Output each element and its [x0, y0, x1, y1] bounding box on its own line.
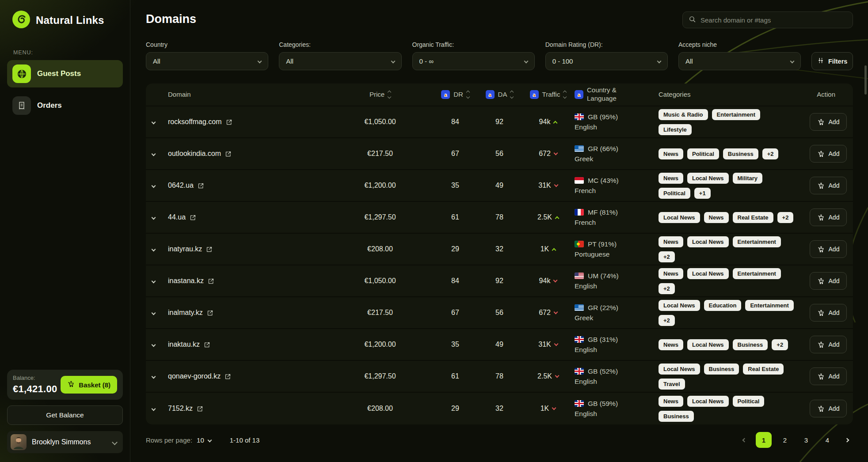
add-to-basket-button[interactable]: Add [810, 400, 847, 417]
add-to-basket-button[interactable]: Add [810, 208, 847, 226]
add-to-basket-button[interactable]: Add [810, 240, 847, 258]
domain-link[interactable]: 0642.ua [168, 182, 194, 189]
domain-link[interactable]: outlookindia.com [168, 150, 221, 158]
filter-select[interactable]: All [678, 52, 801, 70]
add-to-basket-button[interactable]: Add [810, 145, 847, 163]
row-expand-chevron-icon[interactable] [152, 279, 156, 283]
add-to-basket-button[interactable]: Add [810, 304, 847, 322]
search-input[interactable] [700, 16, 847, 24]
language-label: English [575, 378, 659, 386]
row-expand-chevron-icon[interactable] [152, 247, 156, 251]
more-categories-badge[interactable]: +2 [762, 148, 779, 159]
page-button-1[interactable]: 1 [756, 432, 772, 448]
more-categories-badge[interactable]: +1 [694, 188, 711, 199]
filter-selected-value: All [685, 57, 693, 65]
sidebar-item-orders[interactable]: Orders [7, 92, 123, 119]
filter-select[interactable]: All [279, 52, 401, 70]
sort-icon[interactable] [510, 91, 513, 98]
external-link-icon[interactable] [207, 310, 213, 316]
ahrefs-icon: a [441, 90, 450, 99]
domain-link[interactable]: inastana.kz [168, 277, 204, 285]
traffic-value: 94k [539, 118, 551, 126]
more-categories-badge[interactable]: +2 [777, 212, 794, 223]
row-expand-chevron-icon[interactable] [152, 215, 156, 220]
row-expand-chevron-icon[interactable] [152, 183, 156, 188]
domain-link[interactable]: inatyrau.kz [168, 245, 202, 253]
category-badge: Local News [659, 300, 700, 311]
table-row: 7152.kz €208.00 29 32 1K GB (59%) Englis… [146, 393, 853, 424]
external-link-icon[interactable] [206, 246, 213, 253]
previous-page-button[interactable] [738, 432, 750, 448]
filters-button[interactable]: Filters [811, 52, 853, 70]
rows-per-page-select[interactable]: 10 [197, 436, 211, 444]
col-header-da[interactable]: a DA [477, 90, 522, 99]
domain-link[interactable]: qonaev-gorod.kz [168, 372, 221, 380]
pagination-range: 1-10 of 13 [230, 436, 260, 444]
external-link-icon[interactable] [204, 341, 210, 348]
traffic-value: 672 [539, 309, 551, 317]
add-to-basket-button[interactable]: Add [810, 272, 847, 290]
user-menu[interactable]: Brooklyn Simmons [7, 431, 123, 453]
search-box[interactable] [682, 11, 853, 28]
row-expand-chevron-icon[interactable] [152, 342, 156, 347]
external-link-icon[interactable] [198, 182, 204, 189]
filter-select[interactable]: 0 - ∞ [412, 52, 535, 70]
get-balance-button[interactable]: Get Balance [7, 405, 123, 425]
col-header-dr[interactable]: a DR [433, 90, 477, 99]
external-link-icon[interactable] [190, 214, 196, 221]
page-button-2[interactable]: 2 [777, 432, 793, 448]
sidebar-item-guest-posts[interactable]: Guest Posts [7, 60, 123, 87]
add-button-label: Add [829, 405, 840, 412]
more-categories-badge[interactable]: +2 [659, 283, 675, 294]
page-button-3[interactable]: 3 [798, 432, 814, 448]
filter-selected-value: All [153, 57, 160, 65]
filter-field: Domain Rating (DR): 0 - 100 [545, 41, 668, 70]
domain-link[interactable]: 44.ua [168, 213, 186, 221]
basket-button[interactable]: Basket (8) [61, 376, 117, 394]
sort-icon[interactable] [563, 91, 566, 98]
domain-link[interactable]: rocksoffmag.com [168, 118, 222, 126]
more-categories-badge[interactable]: +2 [772, 339, 788, 350]
category-badge: Travel [659, 379, 685, 390]
add-to-basket-button[interactable]: Add [810, 113, 847, 131]
scrollbar-thumb[interactable] [864, 65, 867, 95]
page-button-4[interactable]: 4 [819, 432, 835, 448]
external-link-icon[interactable] [197, 405, 203, 412]
add-to-basket-button[interactable]: Add [810, 177, 847, 194]
category-badge: Local News [687, 173, 729, 184]
next-page-button[interactable] [841, 432, 853, 448]
country-flag-icon [575, 209, 584, 216]
external-link-icon[interactable] [225, 151, 232, 157]
filter-label: Categories: [279, 41, 401, 48]
more-categories-badge[interactable]: +2 [659, 251, 675, 262]
sort-icon[interactable] [388, 91, 391, 98]
row-expand-chevron-icon[interactable] [152, 406, 156, 411]
add-button-label: Add [829, 118, 840, 125]
col-header-price[interactable]: Price [327, 91, 433, 99]
external-link-icon[interactable] [225, 373, 231, 380]
col-header-traffic[interactable]: a Traffic [522, 90, 575, 99]
more-categories-badge[interactable]: +2 [659, 315, 675, 326]
add-to-basket-button[interactable]: Add [810, 367, 847, 385]
external-link-icon[interactable] [226, 119, 232, 125]
domain-link[interactable]: inaktau.kz [168, 341, 200, 348]
col-header-domain[interactable]: Domain [168, 91, 327, 99]
add-to-basket-button[interactable]: Add [810, 336, 847, 353]
domain-link[interactable]: 7152.kz [168, 405, 193, 413]
traffic-trend-icon [555, 373, 560, 378]
row-expand-chevron-icon[interactable] [152, 151, 156, 156]
row-expand-chevron-icon[interactable] [152, 120, 156, 124]
domain-link[interactable]: inalmaty.kz [168, 309, 203, 317]
row-expand-chevron-icon[interactable] [152, 374, 156, 379]
row-expand-chevron-icon[interactable] [152, 311, 156, 315]
category-badge: Entertainment [712, 109, 760, 120]
cart-icon [67, 380, 75, 389]
country-label: MF (81%) [588, 208, 618, 216]
filter-select[interactable]: 0 - 100 [545, 52, 668, 70]
price-value: €1,050.00 [327, 118, 433, 126]
external-link-icon[interactable] [208, 278, 214, 284]
traffic-trend-icon [554, 341, 558, 346]
traffic-value: 2.5K [537, 372, 552, 380]
sort-icon[interactable] [467, 91, 469, 98]
filter-select[interactable]: All [146, 52, 268, 70]
